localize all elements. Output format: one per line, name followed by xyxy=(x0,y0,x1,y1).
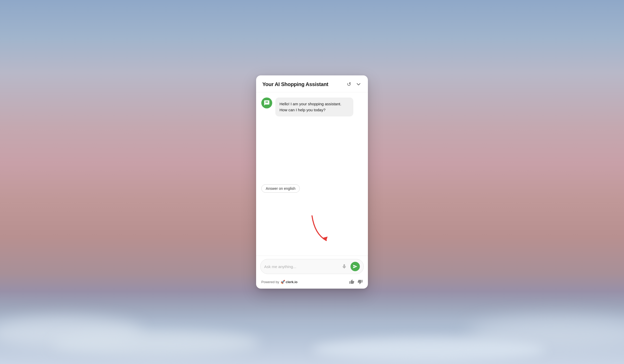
send-button[interactable] xyxy=(350,262,360,271)
send-icon xyxy=(353,264,358,269)
microphone-button[interactable] xyxy=(340,262,348,271)
chat-body: Hello! I am your shopping assistant. How… xyxy=(256,92,368,289)
thumbs-up-icon xyxy=(349,279,354,284)
avatar xyxy=(261,98,272,108)
clerk-brand-name: clerk.io xyxy=(286,280,298,284)
input-area xyxy=(256,256,368,277)
messages-spacer xyxy=(256,195,368,256)
cloud-2 xyxy=(52,330,260,356)
header-actions: ↺ xyxy=(346,81,362,88)
clouds-layer xyxy=(0,291,624,364)
powered-by-label: Powered by xyxy=(261,280,279,284)
chat-title: Your AI Shopping Assistant xyxy=(262,81,328,87)
bot-message-text: Hello! I am your shopping assistant. How… xyxy=(280,102,341,112)
bot-message-bubble: Hello! I am your shopping assistant. How… xyxy=(275,98,353,116)
chat-header: Your AI Shopping Assistant ↺ xyxy=(256,75,368,92)
table-row: Hello! I am your shopping assistant. How… xyxy=(261,98,363,116)
thumbs-down-button[interactable] xyxy=(358,279,363,284)
footer-actions xyxy=(349,279,363,284)
clerk-logo: 🚀 clerk.io xyxy=(281,280,298,284)
refresh-button[interactable]: ↺ xyxy=(346,81,352,88)
refresh-icon: ↺ xyxy=(347,81,351,87)
quick-replies: Answer on english xyxy=(256,183,368,195)
quick-reply-label: Answer on english xyxy=(266,186,295,191)
chat-bubble-icon xyxy=(264,100,270,106)
chat-widget: Your AI Shopping Assistant ↺ xyxy=(256,75,368,289)
collapse-button[interactable] xyxy=(355,81,362,87)
thumbs-up-button[interactable] xyxy=(349,279,354,284)
thumbs-down-icon xyxy=(358,279,363,284)
input-row xyxy=(260,259,364,274)
chat-footer: Powered by 🚀 clerk.io xyxy=(256,277,368,289)
quick-reply-english[interactable]: Answer on english xyxy=(261,184,300,193)
messages-area: Hello! I am your shopping assistant. How… xyxy=(256,92,368,183)
chat-input[interactable] xyxy=(264,264,338,269)
powered-by: Powered by 🚀 clerk.io xyxy=(261,280,297,284)
chevron-down-icon xyxy=(356,82,361,87)
microphone-icon xyxy=(342,264,347,269)
cloud-4 xyxy=(312,338,546,361)
clerk-icon: 🚀 xyxy=(281,280,285,284)
